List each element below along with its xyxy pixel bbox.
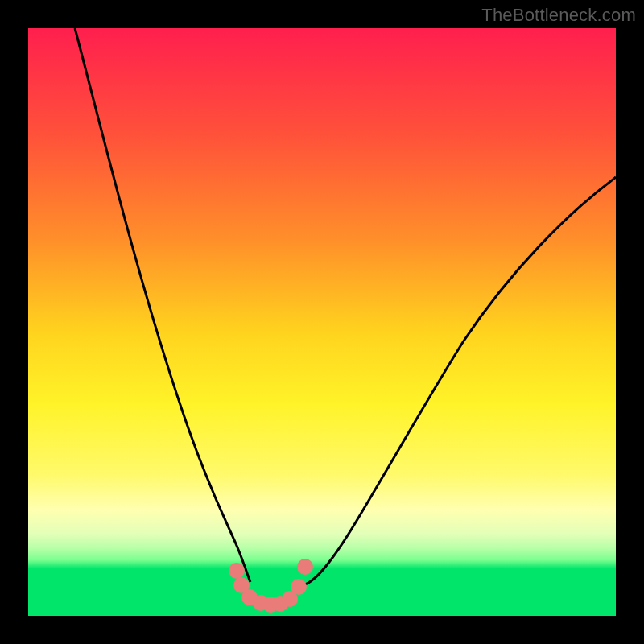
- chart-frame: TheBottleneck.com: [0, 0, 644, 644]
- right-curve: [302, 177, 616, 585]
- data-marker: [297, 559, 313, 575]
- chart-svg: [28, 28, 616, 616]
- left-curve: [75, 28, 250, 582]
- data-marker: [229, 563, 245, 579]
- marker-group: [229, 559, 313, 613]
- watermark-text: TheBottleneck.com: [481, 5, 636, 26]
- chart-plot-area: [28, 28, 616, 616]
- data-marker: [291, 579, 307, 595]
